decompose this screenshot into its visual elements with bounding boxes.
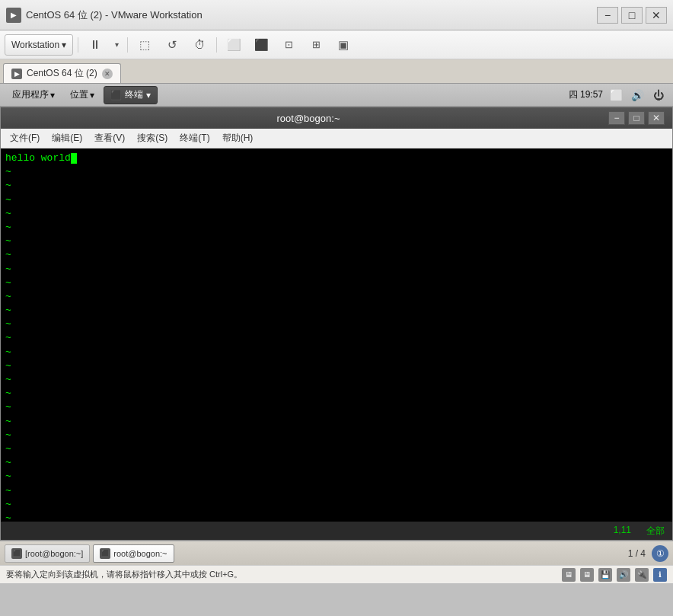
status-message: 要将输入定向到该虚拟机，请将鼠标指针移入其中或按 Ctrl+G。 [6, 569, 242, 580]
terminal-title-bar: root@bogon:~ − □ ✕ [1, 107, 672, 129]
edit-menu[interactable]: 编辑(E) [46, 129, 88, 148]
terminal-status-right: 1,11 全部 [614, 525, 665, 538]
tab-vm-icon: ▶ [11, 69, 22, 79]
terminal-title-controls: − □ ✕ [608, 111, 665, 125]
tab-bar: ▶ CentOS 64 位 (2) ✕ [0, 59, 673, 84]
pause-dropdown[interactable]: ▾ [110, 34, 123, 56]
tab-close-button[interactable]: ✕ [102, 69, 113, 79]
taskbar-right: 1 / 4 ① [625, 545, 668, 562]
bottom-taskbar: ⬛ [root@bogon:~] ⬛ root@bogon:~ 1 / 4 ① [0, 541, 673, 565]
title-bar: ▶ CentOS 64 位 (2) - VMware Workstation −… [0, 0, 673, 30]
terminal-minimize-button[interactable]: − [608, 111, 625, 125]
terminal-button[interactable]: ⬛ 终端 ▾ [104, 86, 158, 104]
toolbar-separator-3 [216, 37, 217, 53]
workstation-menu-button[interactable]: Workstation ▾ [5, 34, 73, 56]
places-menu[interactable]: 位置 ▾ [64, 87, 100, 104]
autofit-button[interactable]: ▣ [331, 34, 356, 56]
terminal-content[interactable]: hello world ~ ~ ~ ~ ~ ~ ~ ~ ~ ~ ~ ~ ~ ~ … [1, 148, 672, 522]
status-icon-2[interactable]: 🖥 [580, 568, 594, 582]
terminal-status-bar: 1,11 全部 [1, 522, 672, 540]
clock-area: 四 19:57 ⬜ 🔊 ⏻ [569, 87, 667, 104]
taskbar-item-2[interactable]: ⬛ root@bogon:~ [93, 544, 174, 563]
terminal-close-button[interactable]: ✕ [648, 111, 665, 125]
file-menu[interactable]: 文件(F) [4, 129, 46, 148]
terminal-first-line: hello world [5, 152, 668, 165]
tab-label: CentOS 64 位 (2) [27, 67, 97, 80]
applications-menu[interactable]: 应用程序 ▾ [6, 87, 61, 104]
terminal-window: root@bogon:~ − □ ✕ 文件(F) 编辑(E) 查看(V) 搜索(… [0, 107, 673, 541]
title-bar-controls: − □ ✕ [597, 7, 667, 24]
terminal-menu[interactable]: 终端(T) [174, 129, 215, 148]
status-icon-3[interactable]: 💾 [598, 568, 612, 582]
send-input-button[interactable]: ⬚ [132, 34, 157, 56]
terminal-maximize-button[interactable]: □ [628, 111, 645, 125]
status-right: 🖥 🖥 💾 🔊 🔌 ℹ [562, 568, 667, 582]
snapshot-button[interactable]: ↺ [160, 34, 184, 56]
taskbar-item-icon-2: ⬛ [100, 548, 110, 559]
pause-button[interactable]: ⏸ [83, 34, 107, 56]
status-icon-5[interactable]: 🔌 [635, 568, 649, 582]
volume-button[interactable]: 🔊 [629, 87, 646, 104]
status-icon-4[interactable]: 🔊 [617, 568, 630, 582]
fit-guest-button[interactable]: ⊡ [276, 34, 301, 56]
taskbar-item-1[interactable]: ⬛ [root@bogon:~] [5, 544, 90, 563]
guest-toolbar: 应用程序 ▾ 位置 ▾ ⬛ 终端 ▾ 四 19:57 ⬜ 🔊 ⏻ [0, 84, 673, 107]
unity-button[interactable]: ⬛ [249, 34, 273, 56]
revert-button[interactable]: ⏱ [187, 34, 212, 56]
full-screen-button[interactable]: ⬜ [222, 34, 246, 56]
title-bar-text: CentOS 64 位 (2) - VMware Workstation [26, 8, 597, 22]
page-icon[interactable]: ① [652, 545, 668, 562]
terminal-tilde-line: ~ [5, 165, 668, 179]
taskbar-item-label-1: [root@bogon:~] [25, 549, 83, 558]
toolbar: Workstation ▾ ⏸ ▾ ⬚ ↺ ⏱ ⬜ ⬛ ⊡ ⊞ ▣ [0, 30, 673, 59]
view-menu[interactable]: 查看(V) [88, 129, 131, 148]
close-button[interactable]: ✕ [646, 7, 667, 24]
terminal-title: root@bogon:~ [8, 113, 608, 124]
minimize-button[interactable]: − [597, 7, 618, 24]
app-icon: ▶ [6, 8, 21, 23]
help-menu[interactable]: 帮助(H) [216, 129, 260, 148]
status-bar: 要将输入定向到该虚拟机，请将鼠标指针移入其中或按 Ctrl+G。 🖥 🖥 💾 🔊… [0, 565, 673, 583]
toolbar-separator-1 [78, 37, 78, 53]
terminal-mode: 全部 [646, 525, 665, 538]
stretch-button[interactable]: ⊞ [304, 34, 328, 56]
maximize-button[interactable]: □ [621, 7, 643, 24]
tab-centos[interactable]: ▶ CentOS 64 位 (2) ✕ [3, 63, 121, 83]
page-indicator: 1 / 4 [625, 548, 649, 559]
terminal-menu-bar: 文件(F) 编辑(E) 查看(V) 搜索(S) 终端(T) 帮助(H) [1, 129, 672, 148]
taskbar-item-icon-1: ⬛ [11, 548, 22, 559]
terminal-cursor [71, 153, 77, 164]
clock-display: 四 19:57 [569, 88, 603, 101]
power-button[interactable]: ⏻ [650, 87, 667, 104]
status-icon-1[interactable]: 🖥 [562, 568, 576, 582]
taskbar-item-label-2: root@bogon:~ [113, 549, 167, 558]
display-button[interactable]: ⬜ [608, 87, 624, 104]
status-icon-6[interactable]: ℹ [653, 568, 667, 582]
search-menu[interactable]: 搜索(S) [131, 129, 174, 148]
toolbar-separator-2 [127, 37, 128, 53]
terminal-position: 1,11 [614, 525, 631, 538]
